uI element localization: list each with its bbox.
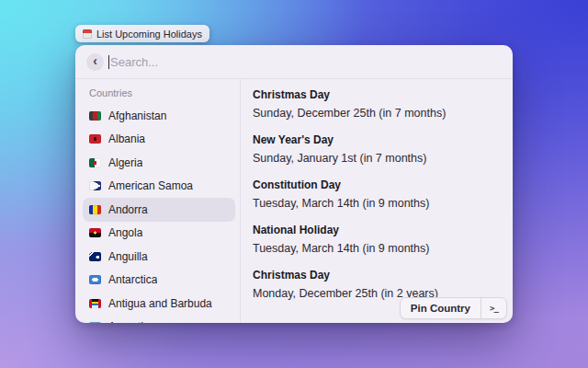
calendar-icon: [83, 29, 92, 39]
holiday-entry: Constitution Day Tuesday, March 14th (in…: [253, 178, 500, 210]
countries-section-label: Countries: [89, 87, 235, 98]
holiday-date: Tuesday, March 14th (in 9 months): [253, 197, 500, 210]
pin-country-button[interactable]: Pin Country: [401, 298, 481, 318]
list-item-angola[interactable]: Angola: [83, 222, 235, 246]
list-item-american-samoa[interactable]: American Samoa: [83, 175, 235, 199]
command-pill-label: List Upcoming Holidays: [96, 29, 202, 40]
holiday-name: National Holiday: [253, 224, 500, 236]
window-body: Countries Afghanistan Albania Algeria Am…: [75, 79, 513, 323]
list-item-afghanistan[interactable]: Afghanistan: [83, 104, 235, 128]
list-item-argentina[interactable]: Argentina: [83, 316, 235, 324]
list-item-anguilla[interactable]: Anguilla: [83, 245, 235, 269]
command-pill[interactable]: List Upcoming Holidays: [75, 25, 209, 42]
list-item-label: Algeria: [108, 156, 142, 169]
holiday-entry: Christmas Day Sunday, December 25th (in …: [253, 88, 500, 120]
flag-american-samoa-icon: [89, 181, 101, 190]
holiday-entry: National Holiday Tuesday, March 14th (in…: [253, 224, 500, 255]
pin-country-label: Pin Country: [411, 303, 470, 314]
list-item-label: Antigua and Barbuda: [108, 297, 212, 310]
flag-anguilla-icon: [89, 252, 101, 261]
list-item-label: Antarctica: [108, 273, 157, 286]
list-item-label: Anguilla: [108, 250, 148, 263]
holiday-name: Christmas Day: [253, 269, 500, 282]
footer-action-group: Pin Country >_: [400, 297, 507, 319]
flag-antigua-and-barbuda-icon: [89, 299, 101, 308]
search-field-wrap: [108, 55, 502, 69]
list-item-label: Albania: [108, 132, 145, 145]
back-button[interactable]: ‹: [86, 53, 104, 71]
list-item-label: Argentina: [108, 320, 155, 323]
flag-angola-icon: [89, 228, 101, 237]
holiday-entry: New Year's Day Sunday, January 1st (in 7…: [253, 133, 500, 165]
holiday-name: New Year's Day: [253, 133, 500, 146]
holiday-name: Constitution Day: [253, 178, 500, 191]
flag-afghanistan-icon: [89, 111, 101, 121]
list-item-antigua-and-barbuda[interactable]: Antigua and Barbuda: [83, 292, 235, 316]
holidays-detail-panel: Christmas Day Sunday, December 25th (in …: [241, 79, 513, 323]
holiday-date: Sunday, January 1st (in 7 months): [253, 152, 500, 165]
list-item-label: American Samoa: [108, 179, 193, 192]
list-item-algeria[interactable]: Algeria: [83, 151, 235, 175]
holiday-date: Tuesday, March 14th (in 9 months): [253, 242, 500, 255]
list-item-albania[interactable]: Albania: [83, 128, 235, 152]
flag-algeria-icon: [89, 158, 101, 167]
flag-antarctica-icon: [89, 275, 101, 284]
flag-albania-icon: [89, 134, 101, 144]
holiday-name: Christmas Day: [253, 88, 500, 101]
launcher-window: ‹ Countries Afghanistan Albania: [75, 45, 513, 323]
search-input[interactable]: [110, 55, 502, 69]
list-item-label: Afghanistan: [108, 109, 166, 122]
holiday-entry: Christmas Day Monday, December 25th (in …: [253, 269, 500, 300]
text-caret: [108, 55, 109, 69]
flag-argentina-icon: [89, 322, 101, 323]
list-item-andorra-selected[interactable]: Andorra: [83, 198, 235, 222]
desktop-background: List Upcoming Holidays ‹ Countries Afgha…: [0, 0, 588, 368]
flag-andorra-icon: [89, 205, 101, 214]
list-item-label: Andorra: [108, 203, 148, 216]
search-bar: ‹: [75, 45, 513, 79]
terminal-prompt-icon: >_: [490, 304, 498, 313]
holiday-date: Sunday, December 25th (in 7 months): [253, 107, 500, 120]
list-item-label: Angola: [108, 226, 142, 239]
list-item-antarctica[interactable]: Antarctica: [83, 269, 235, 293]
countries-panel: Countries Afghanistan Albania Algeria Am…: [75, 79, 241, 323]
actions-menu-button[interactable]: >_: [481, 298, 506, 318]
chevron-left-icon: ‹: [93, 54, 97, 67]
